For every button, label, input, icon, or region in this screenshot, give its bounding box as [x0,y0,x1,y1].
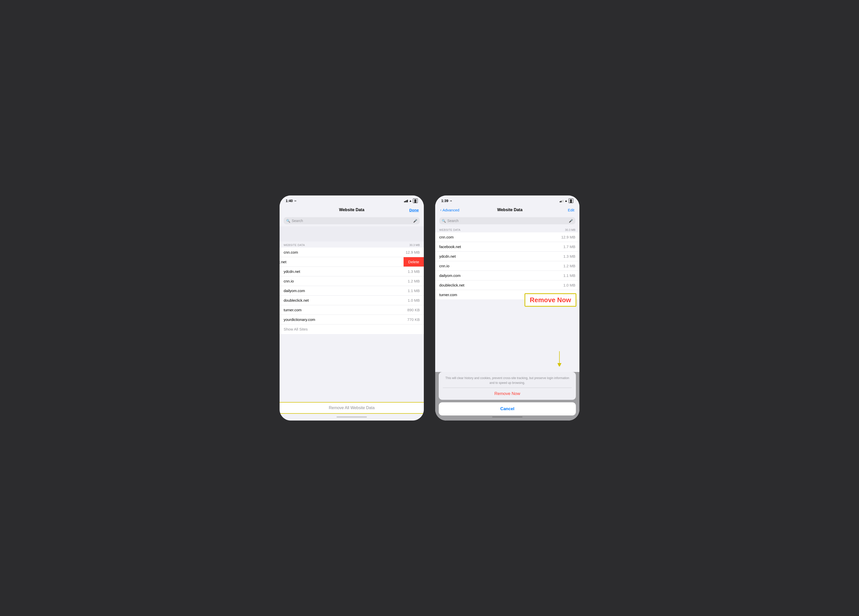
left-item-size-2: 1.3 MB [408,269,420,274]
right-list-item-1[interactable]: facebook.net 1.7 MB [435,242,579,252]
left-item-name-6: turner.com [284,308,301,312]
left-status-bar: 1:40 ⇒ ▲ ▓ [280,195,424,204]
right-wifi-icon: ▲ [564,199,567,203]
left-signal-bars [404,199,408,202]
left-list-item-2[interactable]: ydcdn.net 1.3 MB [280,267,424,276]
left-phone-panel: 1:40 ⇒ ▲ ▓ Website Data Done [280,195,424,421]
right-item-name-0: cnn.com [439,235,454,239]
left-item-name-7: yourdictionary.com [284,317,315,322]
left-search-bar[interactable]: 🔍 Search 🎤 [284,217,420,224]
left-mic-icon: 🎤 [413,219,417,223]
left-list-item-1[interactable]: ok.net 1.7 MB Delete [280,257,424,267]
right-section-label: WEBSITE DATA [439,228,461,231]
right-battery-icon: ▓ [569,198,573,203]
right-status-icons: ▲ ▓ [560,198,573,203]
right-cancel-text: Cancel [500,406,514,411]
right-list: cnn.com 12.9 MB facebook.net 1.7 MB ydcd… [435,232,579,299]
left-show-all-sites[interactable]: Show All Sites [280,324,424,334]
left-search-bar-wrap: 🔍 Search 🎤 [280,216,424,226]
right-nav-bar: ‹ Advanced Website Data Edit [435,204,579,216]
left-item-size-0: 12.9 MB [406,250,420,254]
right-item-size-6: 890 KB [563,293,575,297]
left-home-bar [336,416,367,418]
left-remove-all-text: Remove All Website Data [329,405,375,410]
left-status-icons: ▲ ▓ [404,198,418,203]
left-nav-title: Website Data [300,207,404,212]
left-item-name-4: dailyom.com [284,289,305,293]
left-item-name-5: doubleclick.net [284,298,309,303]
left-item-name-2: ydcdn.net [284,269,300,274]
right-search-icon: 🔍 [442,219,446,223]
left-list-item-3[interactable]: cnn.io 1.2 MB [280,276,424,286]
right-list-item-5[interactable]: doubleclick.net 1.0 MB [435,281,579,290]
right-item-name-2: ydcdn.net [439,254,456,259]
right-list-item-0[interactable]: cnn.com 12.9 MB [435,232,579,242]
left-item-size-7: 770 KB [408,317,420,322]
right-search-bar-wrap: 🔍 Search 🎤 [435,216,579,226]
left-item-name-1: ok.net [280,260,286,264]
right-nav-title: Website Data [461,207,559,212]
right-item-name-3: cnn.io [439,264,449,268]
right-item-name-4: dailyom.com [439,273,461,278]
right-item-size-0: 12.9 MB [561,235,575,239]
left-search-icon: 🔍 [286,219,290,223]
left-done-button[interactable]: Done [404,208,419,212]
left-list-item-4[interactable]: dailyom.com 1.1 MB [280,286,424,296]
right-list-item-3[interactable]: cnn.io 1.2 MB [435,261,579,271]
right-item-size-5: 1.0 MB [563,283,575,287]
left-dimmed-area [280,226,424,242]
right-status-bar: 1:39 ⇒ ▲ ▓ [435,195,579,204]
right-nav-back[interactable]: ‹ Advanced [440,208,461,212]
right-list-item-4[interactable]: dailyom.com 1.1 MB [435,271,579,281]
left-remove-all-section: Remove All Website Data [280,402,424,413]
left-list: cnn.com 12.9 MB ok.net 1.7 MB Delete ydc… [280,248,424,324]
left-show-all-text: Show All Sites [284,327,308,331]
left-list-item-5[interactable]: doubleclick.net 1.0 MB [280,296,424,305]
right-section-value: 30.3 MB [565,228,575,231]
left-item-size-4: 1.1 MB [408,289,420,293]
left-item-size-6: 890 KB [408,308,420,312]
right-item-name-6: turner.com [439,293,457,297]
right-signal-bars [560,199,564,202]
left-section-header: WEBSITE DATA 30.3 MB [280,242,424,248]
left-item-size-5: 1.0 MB [408,298,420,303]
left-section-label: WEBSITE DATA [284,243,305,246]
right-search-input[interactable]: Search [447,219,567,223]
right-item-size-1: 1.7 MB [563,245,575,249]
right-action-sheet-overlay: This will clear history and cookies, pre… [435,372,579,421]
right-status-time: 1:39 [441,199,448,203]
left-delete-button[interactable]: Delete [404,257,424,267]
left-nav-bar: Website Data Done [280,204,424,216]
right-back-label: Advanced [442,208,459,212]
right-search-bar[interactable]: 🔍 Search 🎤 [439,217,575,224]
left-list-item-0[interactable]: cnn.com 12.9 MB [280,248,424,257]
left-remove-all-btn[interactable]: Remove All Website Data [280,402,424,413]
right-remove-now-btn[interactable]: Remove Now [439,388,576,400]
left-list-item-7[interactable]: yourdictionary.com 770 KB [280,315,424,324]
left-location-icon: ⇒ [294,199,296,203]
right-item-size-4: 1.1 MB [563,273,575,278]
left-item-name-0: cnn.com [284,250,298,254]
right-location-icon: ⇒ [450,199,452,203]
right-item-size-2: 1.3 MB [563,254,575,259]
left-section-value: 30.3 MB [409,243,420,246]
right-list-item-2[interactable]: ydcdn.net 1.3 MB [435,252,579,261]
right-cancel-btn[interactable]: Cancel [439,402,576,415]
right-section-header: WEBSITE DATA 30.3 MB [435,226,579,232]
left-home-indicator [280,413,424,421]
left-search-input[interactable]: Search [292,219,412,223]
right-remove-now-text: Remove Now [494,391,520,396]
right-action-sheet-msg-text: This will clear history and cookies, pre… [445,376,569,385]
screenshot-container: 1:40 ⇒ ▲ ▓ Website Data Done [269,193,590,423]
left-item-size-3: 1.2 MB [408,279,420,283]
right-edit-button[interactable]: Edit [559,208,574,212]
right-back-chevron: ‹ [440,208,442,212]
right-list-item-6[interactable]: turner.com 890 KB [435,290,579,299]
right-mic-icon: 🎤 [569,219,573,223]
right-item-name-5: doubleclick.net [439,283,464,287]
right-item-size-3: 1.2 MB [563,264,575,268]
left-status-time: 1:40 [286,199,293,203]
right-action-sheet-message: This will clear history and cookies, pre… [439,372,576,388]
left-item-name-3: cnn.io [284,279,294,283]
left-list-item-6[interactable]: turner.com 890 KB [280,305,424,315]
